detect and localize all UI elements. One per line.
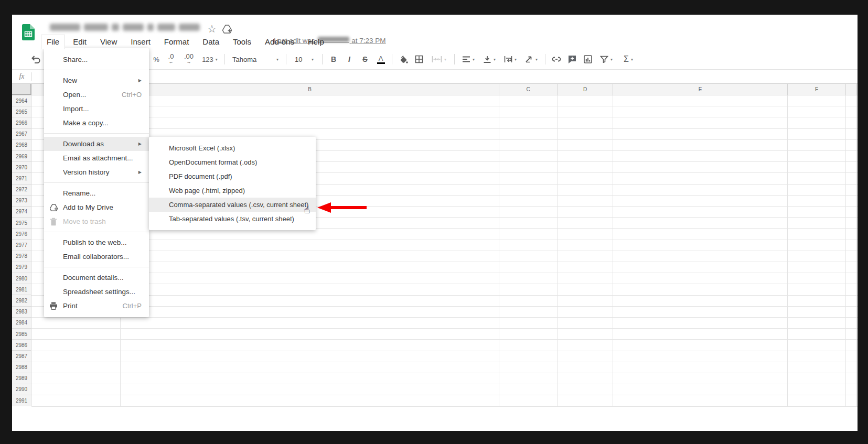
column-header[interactable]: D [558,84,613,95]
filter-button[interactable]: ▾ [596,51,617,67]
column-header[interactable] [846,84,857,95]
row-header[interactable]: 2986 [12,340,31,351]
row-header[interactable]: 2968 [12,140,31,151]
file-menu-item[interactable]: Version history ▶ [44,165,149,179]
menubar-item[interactable]: Edit [67,35,92,49]
fill-color-icon [399,55,408,64]
row-header[interactable]: 2964 [12,95,31,106]
column-header[interactable]: E [613,84,788,95]
row-header[interactable]: 2988 [12,362,31,373]
text-wrap-button[interactable]: ▾ [500,51,521,67]
menubar-item[interactable]: Format [158,35,195,49]
file-menu-item[interactable]: New ▶ [44,73,149,88]
row-header[interactable]: 2967 [12,129,31,140]
file-menu-item[interactable]: Add to My Drive ▶ [44,200,149,214]
file-menu-item[interactable]: Email as attachment... ▶ [44,151,149,165]
row-header[interactable]: 2969 [12,151,31,162]
text-color-button[interactable]: A [373,51,389,67]
insert-link-button[interactable] [549,51,564,67]
row-header[interactable]: 2976 [12,229,31,240]
menubar-item[interactable]: Insert [125,35,156,49]
bold-button[interactable]: B [326,51,341,67]
menubar-item[interactable]: View [94,35,123,49]
row-header[interactable]: 2983 [12,307,31,318]
borders-button[interactable] [411,51,427,67]
file-menu-item[interactable]: Publish to the web... ▶ [44,235,149,250]
add-to-drive-icon[interactable] [222,25,232,34]
file-menu-item[interactable]: Spreadsheet settings... ▶ [44,285,149,299]
file-menu-item[interactable]: Email collaborators... ▶ [44,250,149,264]
grid-column[interactable] [613,95,788,407]
file-menu-item[interactable]: Download as ▶ [44,137,149,151]
grid-column[interactable] [846,95,857,407]
row-header[interactable]: 2980 [12,273,31,284]
font-size-select[interactable]: 10▾ [290,51,319,67]
grid-column[interactable] [788,95,846,407]
undo-button[interactable] [29,51,42,67]
download-submenu-item[interactable]: Microsoft Excel (.xlsx) [149,141,316,155]
row-header[interactable]: 2984 [12,318,31,329]
row-header[interactable]: 2965 [12,106,31,117]
star-icon[interactable]: ☆ [207,23,217,35]
row-header[interactable]: 2972 [12,185,31,196]
row-header[interactable]: 2970 [12,162,31,173]
file-menu-item[interactable]: Move to trash ▶ [44,214,149,229]
file-menu-item[interactable]: Make a copy... ▶ [44,116,149,130]
number-format-button[interactable]: 123▾ [198,51,221,67]
row-header[interactable]: 2990 [12,384,31,395]
file-menu-item[interactable]: Print Ctrl+P ▶ [44,299,149,313]
row-header[interactable]: 2979 [12,262,31,273]
file-menu-item[interactable]: Import... ▶ [44,102,149,116]
row-header[interactable]: 2966 [12,117,31,128]
horizontal-align-button[interactable]: ▾ [458,51,479,67]
column-header[interactable]: B [121,84,499,95]
row-header[interactable]: 2973 [12,196,31,207]
menubar-item[interactable]: Help [302,35,330,49]
select-all-corner[interactable] [12,84,31,95]
drive-add-icon [49,203,58,212]
row-header[interactable]: 2978 [12,251,31,262]
file-menu-item[interactable]: Share... ▶ [44,52,149,67]
row-header[interactable]: 2974 [12,207,31,218]
column-header[interactable]: F [788,84,846,95]
strikethrough-button[interactable]: S [357,51,373,67]
file-menu-item[interactable]: Rename... ▶ [44,186,149,200]
row-header[interactable]: 2975 [12,218,31,229]
menubar-item[interactable]: Tools [227,35,257,49]
row-header[interactable]: 2989 [12,373,31,384]
menubar-item[interactable]: File [41,35,65,49]
grid-column[interactable] [558,95,613,407]
menubar-item[interactable]: Data [197,35,225,49]
row-header[interactable]: 2977 [12,240,31,251]
file-menu-item[interactable]: Document details... ▶ [44,270,149,285]
insert-chart-button[interactable] [580,51,596,67]
file-menu-item[interactable]: Open... Ctrl+O ▶ [44,88,149,102]
download-submenu-item[interactable]: OpenDocument format (.ods) [149,155,316,169]
document-title-redacted[interactable] [50,24,200,32]
download-submenu-item[interactable]: Comma-separated values (.csv, current sh… [149,198,316,212]
download-submenu-item[interactable]: Web page (.html, zipped) [149,183,316,198]
font-family-select[interactable]: Tahoma▾ [228,51,283,67]
vertical-align-button[interactable]: ▾ [479,51,500,67]
functions-button[interactable]: Σ▾ [617,51,640,67]
download-submenu-item[interactable]: PDF document (.pdf) [149,169,316,183]
row-header[interactable]: 2987 [12,351,31,362]
text-rotation-button[interactable]: ▾ [521,51,542,67]
row-header[interactable]: 2985 [12,329,31,340]
merge-cells-button[interactable]: ▾ [427,51,451,67]
row-header[interactable]: 2971 [12,173,31,184]
menubar-item[interactable]: Add-ons [259,35,300,49]
download-submenu-item[interactable]: Tab-separated values (.tsv, current shee… [149,212,316,226]
italic-button[interactable]: I [341,51,357,67]
right-arrow-icon: → [186,59,191,64]
increase-decimal-button[interactable]: .00→ [179,51,198,67]
column-header[interactable]: C [499,84,558,95]
decrease-decimal-button[interactable]: .0← [163,51,179,67]
percent-format-button[interactable]: % [150,51,163,67]
fill-color-button[interactable] [395,51,411,67]
insert-comment-button[interactable] [564,51,580,67]
grid-column[interactable] [499,95,558,407]
row-header[interactable]: 2991 [12,395,31,406]
row-header[interactable]: 2982 [12,295,31,306]
row-header[interactable]: 2981 [12,284,31,295]
